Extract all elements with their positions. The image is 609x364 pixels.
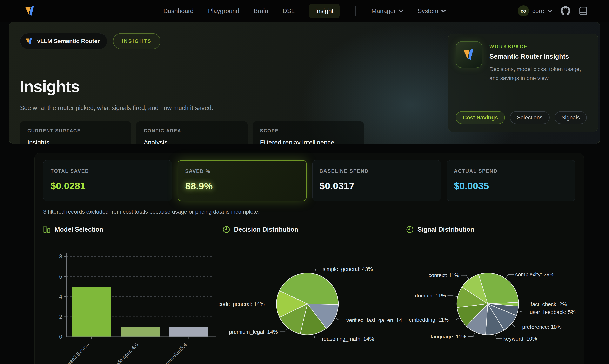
- workspace-icon-tile: [456, 41, 483, 68]
- nav-menu-system[interactable]: System: [418, 7, 446, 14]
- info-card-label: CONFIG AREA: [144, 128, 240, 134]
- chart-title: Decision Distribution: [234, 226, 298, 233]
- book-icon[interactable]: [579, 6, 588, 16]
- chart-title: Model Selection: [55, 226, 103, 233]
- chevron-down-icon: [548, 10, 552, 12]
- nav-link-dashboard[interactable]: Dashboard: [163, 7, 194, 14]
- info-card-current-surface: CURRENT SURFACE Insights: [20, 121, 131, 144]
- svg-text:preference: 10%: preference: 10%: [522, 324, 562, 330]
- model-selection-bar-chart[interactable]: 02468qwen/qwen3.5-rocmanthropic/claude-o…: [39, 237, 219, 364]
- svg-text:8: 8: [59, 253, 62, 260]
- top-nav: Dashboard Playground Brain DSL Insight M…: [0, 0, 609, 22]
- svg-text:premium_legal: 14%: premium_legal: 14%: [229, 329, 278, 335]
- section-badge: INSIGHTS: [113, 33, 160, 49]
- tag-selections[interactable]: Selections: [510, 111, 550, 124]
- info-card-config-area: CONFIG AREA Analysis: [136, 121, 248, 144]
- hero-panel: vLLM Semantic Router INSIGHTS Insights S…: [9, 22, 600, 144]
- svg-text:language: 11%: language: 11%: [431, 334, 466, 340]
- stat-label: SAVED %: [185, 169, 299, 174]
- svg-text:_code_general: 14%: _code_general: 14%: [219, 301, 264, 307]
- svg-text:embedding: 11%: embedding: 11%: [409, 317, 449, 323]
- nav-link-brain[interactable]: Brain: [254, 7, 268, 14]
- stat-label: TOTAL SAVED: [51, 168, 165, 174]
- info-card-label: CURRENT SURFACE: [28, 128, 124, 134]
- vllm-logo-icon[interactable]: [24, 5, 36, 17]
- stat-label: ACTUAL SPEND: [454, 168, 568, 174]
- stat-value: 88.9%: [185, 180, 299, 192]
- chart-title: Signal Distribution: [417, 226, 474, 233]
- vllm-logo-icon: [25, 37, 33, 45]
- decision-distribution-chart: Decision Distribution simple_general: 43…: [219, 224, 402, 364]
- nav-menu-manager-label: Manager: [371, 7, 396, 14]
- nav-menu-manager[interactable]: Manager: [371, 7, 403, 14]
- svg-text:reasoning_math: 14%: reasoning_math: 14%: [322, 336, 374, 342]
- account-switcher[interactable]: co core: [518, 5, 552, 16]
- chevron-down-icon: [399, 10, 403, 12]
- clock-icon: [222, 226, 230, 234]
- svg-text:context: 11%: context: 11%: [429, 272, 459, 278]
- vllm-logo-icon: [462, 48, 476, 61]
- svg-text:0: 0: [59, 334, 62, 340]
- info-card-value: Filtered replay intelligence: [260, 139, 357, 144]
- info-card-value: Insights: [28, 139, 124, 144]
- stat-value: $0.0317: [319, 180, 434, 192]
- workspace-title: Semantic Router Insights: [489, 53, 569, 60]
- workspace-label: WORKSPACE: [489, 44, 528, 50]
- svg-text:simple_general: 43%: simple_general: 43%: [323, 266, 373, 272]
- svg-text:2: 2: [59, 314, 62, 320]
- svg-text:qwen/qwen3.5-rocm: qwen/qwen3.5-rocm: [54, 342, 91, 364]
- filtered-records-note: 3 filtered records excluded from cost to…: [43, 209, 260, 215]
- app-badge[interactable]: vLLM Semantic Router: [20, 33, 107, 49]
- info-card-label: SCOPE: [260, 128, 357, 134]
- svg-text:openai/gpt5.4: openai/gpt5.4: [162, 342, 188, 364]
- workspace-description: Decisions, model picks, token usage, and…: [489, 65, 588, 83]
- model-selection-chart: Model Selection 02468qwen/qwen3.5-rocman…: [39, 224, 219, 364]
- account-name: core: [532, 7, 544, 14]
- stat-value: $0.0035: [454, 180, 568, 192]
- stat-label: BASELINE SPEND: [319, 168, 434, 174]
- chevron-down-icon: [441, 10, 446, 12]
- signal-distribution-pie[interactable]: complexity: 29%fact_check: 2%user_feedba…: [402, 237, 580, 364]
- svg-text:6: 6: [59, 274, 62, 280]
- bar-chart-icon: [43, 226, 51, 234]
- page-title: Insights: [20, 77, 80, 96]
- svg-text:keyword: 10%: keyword: 10%: [503, 336, 537, 342]
- nav-link-insight[interactable]: Insight: [309, 4, 340, 18]
- signal-distribution-chart: Signal Distribution complexity: 29%fact_…: [402, 224, 580, 364]
- workspace-card: WORKSPACE Semantic Router Insights Decis…: [448, 34, 598, 132]
- clock-icon: [406, 226, 414, 234]
- svg-text:4: 4: [59, 294, 62, 300]
- github-icon[interactable]: [561, 6, 570, 16]
- svg-text:fact_check: 2%: fact_check: 2%: [531, 301, 567, 307]
- svg-text:domain: 11%: domain: 11%: [415, 293, 446, 299]
- decision-distribution-pie[interactable]: simple_general: 43%verified_fast_qa_en: …: [219, 237, 402, 364]
- svg-text:verified_fast_qa_en: 14%: verified_fast_qa_en: 14%: [346, 317, 402, 323]
- nav-link-playground[interactable]: Playground: [208, 7, 239, 14]
- svg-text:user_feedback: 5%: user_feedback: 5%: [530, 309, 576, 315]
- nav-divider: [355, 6, 356, 16]
- tag-signals[interactable]: Signals: [554, 111, 587, 124]
- app-badge-label: vLLM Semantic Router: [37, 38, 99, 44]
- stat-value: $0.0281: [51, 180, 165, 192]
- info-card-scope: SCOPE Filtered replay intelligence: [252, 121, 364, 144]
- svg-text:complexity: 29%: complexity: 29%: [515, 271, 554, 277]
- stat-card-actual-spend: ACTUAL SPEND $0.0035: [447, 160, 575, 201]
- info-card-value: Analysis: [144, 139, 240, 144]
- tag-cost-savings[interactable]: Cost Savings: [456, 111, 505, 124]
- avatar: co: [518, 5, 529, 16]
- nav-link-dsl[interactable]: DSL: [283, 7, 295, 14]
- page-subtitle: See what the router picked, what signals…: [20, 104, 213, 111]
- stat-card-saved-pct: SAVED % 88.9%: [178, 160, 306, 201]
- stat-card-total-saved: TOTAL SAVED $0.0281: [43, 160, 172, 201]
- nav-menu-system-label: System: [418, 7, 438, 14]
- insights-panel: TOTAL SAVED $0.0281 SAVED % 88.9% BASELI…: [34, 153, 584, 364]
- svg-text:anthropic/claude-opus-4.6: anthropic/claude-opus-4.6: [93, 342, 139, 364]
- stat-card-baseline-spend: BASELINE SPEND $0.0317: [312, 160, 441, 201]
